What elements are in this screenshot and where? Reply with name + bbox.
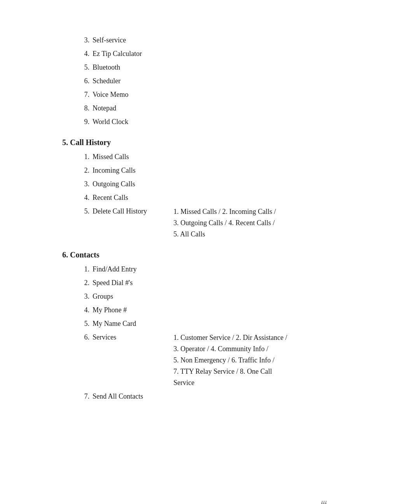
list-item: 2. Speed Dial #'s [78,278,358,288]
item-label: Notepad [93,103,116,114]
list-item: 4. Recent Calls [78,192,358,203]
item-number: 3. [78,179,89,189]
item-label: Speed Dial #'s [93,278,133,288]
list-item: 3. Groups [78,291,358,302]
list-item: 7. Send All Contacts [78,391,358,402]
list-item: 3. Self-service [78,35,358,46]
item-number: 5. [78,62,89,73]
list-item: 1. Missed Calls [78,152,358,162]
call-history-list: 1. Missed Calls 2. Incoming Calls 3. Out… [78,152,358,240]
list-item-with-detail: 6. Services 1. Customer Service / 2. Dir… [78,332,358,388]
list-item: 1. Find/Add Entry [78,264,358,275]
item-number: 9. [78,117,89,127]
item-label: Send All Contacts [93,391,143,402]
item-number: 2. [78,165,89,176]
list-item: 5. Bluetooth [78,62,358,73]
item-number: 5. [78,206,89,240]
item-label: Voice Memo [93,89,128,100]
list-item: 8. Notepad [78,103,358,114]
item-label: Outgoing Calls [93,179,135,189]
item-number: 1. [78,152,89,162]
item-label: Delete Call History [93,206,170,240]
item-number: 1. [78,264,89,275]
list-item: 4. Ez Tip Calculator [78,49,358,59]
item-label: Bluetooth [93,62,120,73]
item-label: Scheduler [93,76,121,86]
item-label: Find/Add Entry [93,264,137,275]
item-label: World Clock [93,117,128,127]
call-history-header: 5. Call History [62,138,358,147]
list-item: 9. World Clock [78,117,358,127]
item-label: My Phone # [93,305,127,315]
item-number: 3. [78,291,89,302]
list-item: 3. Outgoing Calls [78,179,358,189]
item-number: 3. [78,35,89,46]
list-item: 4. My Phone # [78,305,358,315]
call-history-section: 5. Call History 1. Missed Calls 2. Incom… [62,138,358,240]
contacts-list: 1. Find/Add Entry 2. Speed Dial #'s 3. G… [78,264,358,402]
item-number: 8. [78,103,89,114]
item-number: 7. [78,391,89,402]
item-label: Ez Tip Calculator [93,49,142,59]
tools-items-list: 3. Self-service 4. Ez Tip Calculator 5. … [78,35,358,127]
list-item-with-detail: 5. Delete Call History 1. Missed Calls /… [78,206,358,240]
list-item: 5. My Name Card [78,318,358,329]
list-item: 7. Voice Memo [78,89,358,100]
item-detail: 1. Customer Service / 2. Dir Assistance … [173,332,287,388]
item-label: Recent Calls [93,192,128,203]
item-number: 7. [78,89,89,100]
item-label: Incoming Calls [93,165,136,176]
item-label: My Name Card [93,318,136,329]
item-number: 6. [78,332,89,388]
item-detail: 1. Missed Calls / 2. Incoming Calls / 3.… [173,206,276,240]
item-label: Missed Calls [93,152,129,162]
item-number: 4. [78,305,89,315]
item-number: 2. [78,278,89,288]
page-number: iii [321,500,327,504]
item-number: 6. [78,76,89,86]
list-item: 2. Incoming Calls [78,165,358,176]
contacts-header: 6. Contacts [62,250,358,259]
item-number: 4. [78,192,89,203]
contacts-section: 6. Contacts 1. Find/Add Entry 2. Speed D… [62,250,358,402]
list-item: 6. Scheduler [78,76,358,86]
item-number: 5. [78,318,89,329]
item-number: 4. [78,49,89,59]
item-label: Groups [93,291,113,302]
item-label: Self-service [93,35,126,46]
item-label: Services [93,332,170,388]
